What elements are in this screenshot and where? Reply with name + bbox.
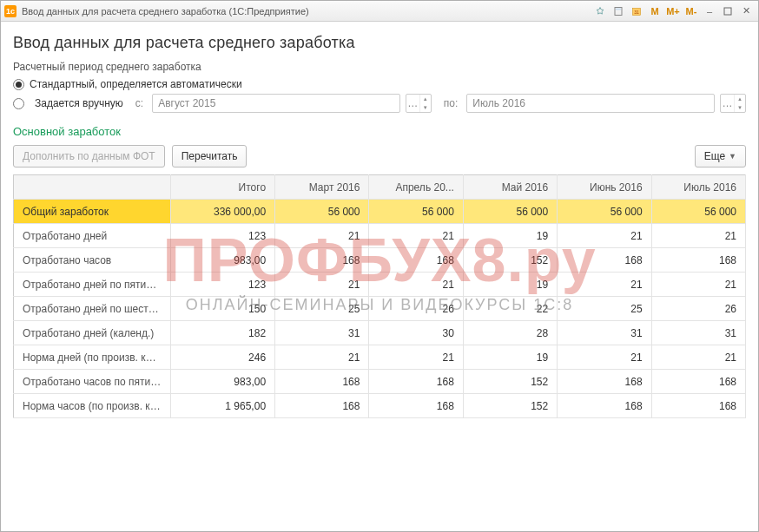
minimize-button[interactable]: – [701,3,718,19]
cell[interactable]: 152 [463,370,557,394]
radio-manual[interactable] [13,98,24,109]
cell[interactable]: 983,00 [170,370,274,394]
cell[interactable]: 56 000 [463,200,557,224]
memory-mplus-button[interactable]: M+ [664,3,682,19]
chevron-down-icon: ▼ [729,152,736,161]
col-header[interactable]: Июль 2016 [651,175,745,200]
table-row[interactable]: Общий заработок336 000,0056 00056 00056 … [14,200,746,224]
cell[interactable]: 168 [369,248,463,273]
maximize-button[interactable] [719,3,736,19]
col-header[interactable]: Май 2016 [463,175,557,200]
cell[interactable]: 31 [558,321,651,345]
cell[interactable]: 168 [275,248,369,273]
cell[interactable]: 21 [369,345,463,370]
cell[interactable]: 336 000,00 [170,200,274,224]
more-button[interactable]: Еще ▼ [695,145,746,167]
cell[interactable]: 56 000 [369,200,463,224]
col-header[interactable]: Апрель 20... [369,175,463,200]
col-header[interactable] [14,175,171,200]
recalc-button[interactable]: Перечитать [172,145,248,167]
radio-auto-label: Стандартный, определяется автоматически [30,78,242,90]
col-header[interactable]: Июнь 2016 [558,175,651,200]
cell[interactable]: 21 [275,345,369,370]
table-row[interactable]: Отработано дней (календ.)1823130283131 [14,321,746,345]
cell[interactable]: 21 [651,273,745,297]
row-label: Отработано дней (календ.) [14,321,171,345]
cell[interactable]: 168 [275,394,369,418]
close-button[interactable]: ✕ [737,3,755,19]
cell[interactable]: 182 [170,321,274,345]
cell[interactable]: 21 [275,224,369,248]
toolbar: Дополнить по данным ФОТ Перечитать Еще ▼ [13,145,746,167]
cell[interactable]: 21 [558,273,651,297]
content-area: Ввод данных для расчета среднего заработ… [1,22,758,531]
table-row[interactable]: Норма часов (по произв. кал...1 965,0016… [14,394,746,418]
fill-fot-button[interactable]: Дополнить по данным ФОТ [13,145,165,167]
cell[interactable]: 168 [651,394,745,418]
radio-manual-row[interactable]: Задается вручную с: Август 2015 …▲▼ по: … [13,94,746,113]
table-row[interactable]: Отработано дней по пятидне...12321211921… [14,273,746,297]
calc-icon[interactable] [610,3,627,19]
cell[interactable]: 21 [369,224,463,248]
table-row[interactable]: Отработано часов983,00168168152168168 [14,248,746,273]
table-row[interactable]: Отработано часов по пятидн...983,0016816… [14,370,746,394]
cell[interactable]: 21 [275,273,369,297]
date-to-input[interactable]: Июль 2016 [466,94,715,113]
cell[interactable]: 25 [275,297,369,321]
cell[interactable]: 150 [170,297,274,321]
cell[interactable]: 152 [463,248,557,273]
cell[interactable]: 168 [369,394,463,418]
cell[interactable]: 123 [170,273,274,297]
cell[interactable]: 168 [651,248,745,273]
cell[interactable]: 56 000 [275,200,369,224]
row-label: Отработано часов [14,248,171,273]
cell[interactable]: 21 [558,345,651,370]
radio-auto-row[interactable]: Стандартный, определяется автоматически [13,78,746,90]
cell[interactable]: 21 [558,224,651,248]
cell[interactable]: 21 [651,224,745,248]
col-header[interactable]: Март 2016 [275,175,369,200]
cell[interactable]: 28 [463,321,557,345]
cell[interactable]: 25 [558,297,651,321]
table-row[interactable]: Норма дней (по произв. кале...2462121192… [14,345,746,370]
date-from-input[interactable]: Август 2015 [152,94,400,113]
cell[interactable]: 168 [369,370,463,394]
cell[interactable]: 168 [558,370,651,394]
cell[interactable]: 30 [369,321,463,345]
col-header[interactable]: Итого [170,175,274,200]
cell[interactable]: 246 [170,345,274,370]
cell[interactable]: 168 [275,370,369,394]
radio-manual-label: Задается вручную [35,97,123,109]
cell[interactable]: 31 [651,321,745,345]
cell[interactable]: 56 000 [651,200,745,224]
cell[interactable]: 26 [369,297,463,321]
cell[interactable]: 22 [463,297,557,321]
date-from-spinner[interactable]: …▲▼ [406,94,432,113]
cell[interactable]: 1 965,00 [170,394,274,418]
cell[interactable]: 19 [463,273,557,297]
cell[interactable]: 19 [463,224,557,248]
cell[interactable]: 21 [651,345,745,370]
cell[interactable]: 168 [558,248,651,273]
radio-auto[interactable] [13,79,24,90]
date-to-spinner[interactable]: …▲▼ [720,94,746,113]
row-label: Норма дней (по произв. кале... [14,345,171,370]
memory-mminus-button[interactable]: M- [683,3,700,19]
cell[interactable]: 31 [275,321,369,345]
cell[interactable]: 168 [651,370,745,394]
cell[interactable]: 152 [463,394,557,418]
cell[interactable]: 123 [170,224,274,248]
cell[interactable]: 21 [369,273,463,297]
cell[interactable]: 26 [651,297,745,321]
to-label: по: [444,97,459,109]
calendar-icon[interactable]: 31 [628,3,645,19]
memory-m-button[interactable]: M [646,3,663,19]
cell[interactable]: 19 [463,345,557,370]
table-row[interactable]: Отработано дней1232121192121 [14,224,746,248]
star-icon[interactable] [591,3,609,19]
cell[interactable]: 168 [558,394,651,418]
cell[interactable]: 56 000 [558,200,651,224]
table-row[interactable]: Отработано дней по шестидн...15025262225… [14,297,746,321]
earnings-table[interactable]: Итого Март 2016 Апрель 20... Май 2016 Ию… [13,174,746,418]
cell[interactable]: 983,00 [170,248,274,273]
